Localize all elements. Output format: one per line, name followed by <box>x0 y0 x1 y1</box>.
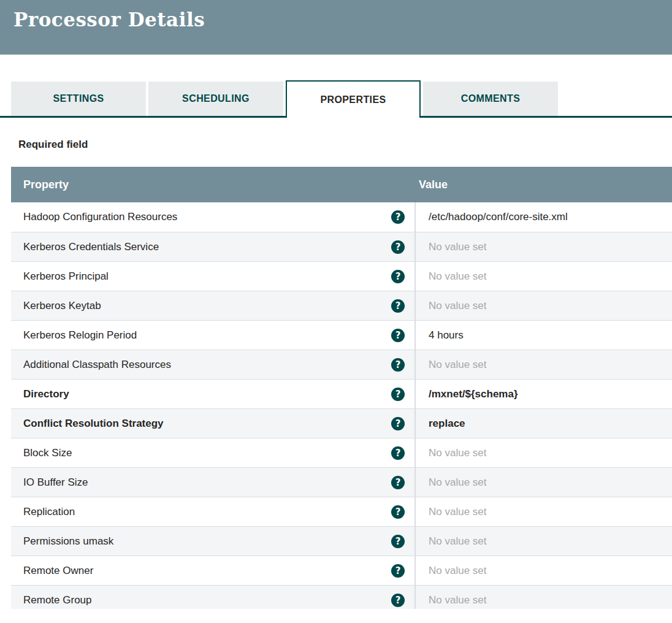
property-cell: Kerberos Credentials Service ? <box>11 232 414 261</box>
property-value: No value set <box>429 447 487 459</box>
help-icon[interactable]: ? <box>391 210 405 224</box>
value-cell[interactable]: 4 hours <box>414 321 672 350</box>
value-cell[interactable]: No value set <box>414 556 672 585</box>
table-row: Kerberos Keytab ? No value set <box>11 291 672 320</box>
value-cell[interactable]: No value set <box>414 291 672 320</box>
property-cell: Replication ? <box>11 497 414 526</box>
column-header-property: Property <box>11 178 414 191</box>
help-icon[interactable]: ? <box>391 417 405 430</box>
help-icon[interactable]: ? <box>391 535 405 548</box>
help-icon[interactable]: ? <box>391 505 405 519</box>
property-value: No value set <box>429 506 487 518</box>
dialog-title: Processor Details <box>13 9 672 31</box>
value-cell[interactable]: No value set <box>414 262 672 291</box>
help-icon[interactable]: ? <box>391 446 405 460</box>
property-name: Replication <box>23 506 75 518</box>
value-cell[interactable]: No value set <box>414 497 672 526</box>
property-name: Kerberos Keytab <box>23 300 101 312</box>
tab-properties[interactable]: PROPERTIES <box>286 80 421 118</box>
property-value: No value set <box>429 535 487 548</box>
table-row: Permissions umask ? No value set <box>11 526 672 556</box>
value-cell[interactable]: replace <box>414 409 672 438</box>
property-value: No value set <box>429 241 487 253</box>
value-cell[interactable]: No value set <box>414 438 672 467</box>
value-cell[interactable]: No value set <box>414 586 672 609</box>
property-cell: Remote Owner ? <box>11 556 414 585</box>
property-name: Block Size <box>23 447 72 459</box>
property-cell: Kerberos Relogin Period ? <box>11 321 414 350</box>
table-body: Hadoop Configuration Resources ? /etc/ha… <box>11 202 672 609</box>
table-row: Directory ? /mxnet/${schema} <box>11 379 672 408</box>
help-icon[interactable]: ? <box>391 388 405 401</box>
property-name: IO Buffer Size <box>23 476 88 489</box>
property-value: No value set <box>429 565 487 577</box>
property-cell: Remote Group ? <box>11 586 414 609</box>
value-cell[interactable]: No value set <box>414 350 672 379</box>
value-cell[interactable]: /etc/hadoop/conf/core-site.xml <box>414 202 672 232</box>
property-name: Remote Owner <box>23 565 93 577</box>
property-value: No value set <box>429 359 487 371</box>
property-value: No value set <box>429 594 487 606</box>
property-name: Kerberos Credentials Service <box>23 241 159 253</box>
tab-bar: SETTINGS SCHEDULING PROPERTIES COMMENTS <box>0 78 672 118</box>
property-cell: Permissions umask ? <box>11 527 414 556</box>
tab-scheduling[interactable]: SCHEDULING <box>148 82 283 116</box>
help-icon[interactable]: ? <box>391 299 405 313</box>
property-cell: IO Buffer Size ? <box>11 468 414 497</box>
properties-table: Property Value Hadoop Configuration Reso… <box>11 167 672 609</box>
property-value: 4 hours <box>429 329 464 342</box>
property-name: Permissions umask <box>23 535 113 548</box>
property-cell: Directory ? <box>11 380 414 408</box>
table-row: Block Size ? No value set <box>11 438 672 467</box>
property-name: Additional Classpath Resources <box>23 359 171 371</box>
property-value: /mxnet/${schema} <box>429 388 518 400</box>
property-name: Conflict Resolution Strategy <box>23 418 164 430</box>
value-cell[interactable]: No value set <box>414 527 672 556</box>
property-name: Hadoop Configuration Resources <box>23 211 177 223</box>
dialog-title-bar: Processor Details <box>0 0 672 55</box>
property-value: No value set <box>429 270 487 283</box>
tab-settings[interactable]: SETTINGS <box>11 82 146 116</box>
table-header-row: Property Value <box>11 167 672 202</box>
table-row: Kerberos Credentials Service ? No value … <box>11 232 672 261</box>
tab-comments[interactable]: COMMENTS <box>423 82 558 116</box>
property-cell: Additional Classpath Resources ? <box>11 350 414 379</box>
property-cell: Hadoop Configuration Resources ? <box>11 202 414 232</box>
help-icon[interactable]: ? <box>391 594 405 607</box>
table-row: Remote Owner ? No value set <box>11 556 672 585</box>
table-row: Hadoop Configuration Resources ? /etc/ha… <box>11 202 672 232</box>
property-cell: Block Size ? <box>11 438 414 467</box>
property-name: Kerberos Relogin Period <box>23 329 137 342</box>
table-row: Additional Classpath Resources ? No valu… <box>11 350 672 379</box>
help-icon[interactable]: ? <box>391 358 405 372</box>
help-icon[interactable]: ? <box>391 270 405 283</box>
property-value: No value set <box>429 300 487 312</box>
property-name: Directory <box>23 388 69 400</box>
help-icon[interactable]: ? <box>391 476 405 489</box>
help-icon[interactable]: ? <box>391 564 405 578</box>
table-row: Kerberos Relogin Period ? 4 hours <box>11 320 672 350</box>
property-cell: Conflict Resolution Strategy ? <box>11 409 414 438</box>
property-name: Remote Group <box>23 594 92 606</box>
table-row: IO Buffer Size ? No value set <box>11 467 672 497</box>
value-cell[interactable]: No value set <box>414 468 672 497</box>
table-row: Conflict Resolution Strategy ? replace <box>11 408 672 438</box>
value-cell[interactable]: /mxnet/${schema} <box>414 380 672 408</box>
value-cell[interactable]: No value set <box>414 232 672 261</box>
property-value: replace <box>429 418 465 430</box>
help-icon[interactable]: ? <box>391 240 405 254</box>
column-header-value: Value <box>414 178 672 191</box>
property-cell: Kerberos Principal ? <box>11 262 414 291</box>
table-row: Replication ? No value set <box>11 497 672 526</box>
required-field-label: Required field <box>18 139 672 151</box>
table-row: Kerberos Principal ? No value set <box>11 261 672 291</box>
property-value: No value set <box>429 476 487 489</box>
property-name: Kerberos Principal <box>23 270 109 283</box>
property-value: /etc/hadoop/conf/core-site.xml <box>429 211 568 223</box>
property-cell: Kerberos Keytab ? <box>11 291 414 320</box>
help-icon[interactable]: ? <box>391 329 405 342</box>
table-row: Remote Group ? No value set <box>11 585 672 609</box>
